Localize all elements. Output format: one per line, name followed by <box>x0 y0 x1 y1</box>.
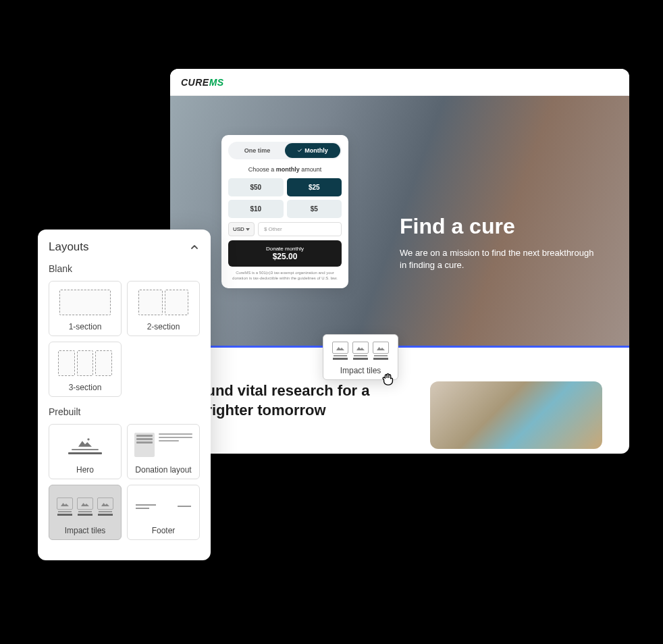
layout-label: 2-section <box>132 322 195 331</box>
tile-image-icon <box>57 498 73 510</box>
blank-layouts-grid: 1-section 2-section 3-section <box>49 281 200 397</box>
currency-row: USD $ Other <box>228 222 342 236</box>
toggle-monthly-label: Monthly <box>304 147 328 154</box>
donate-button[interactable]: Donate monthly $25.00 <box>228 240 342 267</box>
layout-footer[interactable]: Footer <box>127 485 200 540</box>
layout-label: 1-section <box>53 322 117 331</box>
layouts-panel: Layouts Blank 1-section 2-section <box>38 230 211 560</box>
layout-label: Impact tiles <box>53 526 117 535</box>
amount-25[interactable]: $25 <box>287 178 342 196</box>
logo-ms: MS <box>209 77 224 88</box>
toggle-monthly[interactable]: Monthly <box>285 143 340 158</box>
check-icon <box>297 148 302 153</box>
other-amount-input[interactable]: $ Other <box>258 222 342 236</box>
svg-point-0 <box>87 438 89 440</box>
toggle-onetime[interactable]: One time <box>230 143 285 158</box>
tile-image-icon <box>97 498 113 510</box>
hero-title: Find a cure <box>400 214 602 239</box>
layout-3-section[interactable]: 3-section <box>49 342 122 397</box>
tile-image-icon <box>352 342 369 354</box>
image-icon <box>78 437 92 447</box>
donation-widget: One time Monthly Choose a monthly amount… <box>221 135 348 288</box>
layout-label: Footer <box>132 526 195 535</box>
amount-50[interactable]: $50 <box>228 178 284 196</box>
content-title: Fund vital research for a brighter tomor… <box>197 381 410 420</box>
layout-impact-tiles[interactable]: Impact tiles <box>49 485 122 540</box>
content-text-block: Fund vital research for a brighter tomor… <box>197 381 410 420</box>
logo-cure: CURE <box>181 77 209 88</box>
layout-2-section[interactable]: 2-section <box>127 281 200 336</box>
section-placeholder-icon <box>138 290 163 315</box>
tax-note: CureMS is a 501(c)3 tax-exempt organizat… <box>228 271 342 281</box>
currency-select[interactable]: USD <box>228 222 255 236</box>
content-section: Fund vital research for a brighter tomor… <box>170 348 629 454</box>
chevron-up-icon[interactable] <box>189 242 200 252</box>
hero-text: Find a cure We are on a mission to find … <box>400 214 602 271</box>
layout-label: 3-section <box>53 383 117 392</box>
amount-grid: $50 $25 $10 $5 <box>228 178 342 218</box>
frequency-toggle: One time Monthly <box>228 142 342 159</box>
content-image <box>430 381 602 449</box>
tile-image-icon <box>373 342 389 354</box>
layout-label: Hero <box>53 465 117 475</box>
section-placeholder-icon <box>58 350 74 376</box>
toggle-onetime-label: One time <box>244 147 271 154</box>
layout-donation[interactable]: Donation layout <box>127 424 200 479</box>
section-blank-label: Blank <box>49 263 200 274</box>
prebuilt-layouts-grid: Hero Donation layout <box>49 424 200 540</box>
section-placeholder-icon <box>59 290 110 315</box>
section-placeholder-icon <box>95 350 111 376</box>
hero-subtitle: We are on a mission to find the next bre… <box>400 247 602 271</box>
brand-logo: CUREMS <box>181 77 224 88</box>
layout-hero[interactable]: Hero <box>49 424 122 479</box>
layout-label: Donation layout <box>132 465 195 475</box>
form-placeholder-icon <box>134 433 155 457</box>
amount-10[interactable]: $10 <box>228 200 284 218</box>
hero-section: One time Monthly Choose a monthly amount… <box>170 96 629 346</box>
section-placeholder-icon <box>77 350 93 376</box>
section-placeholder-icon <box>165 290 189 315</box>
donate-button-label: Donate monthly <box>234 246 336 252</box>
preview-header: CUREMS <box>170 69 629 96</box>
layout-1-section[interactable]: 1-section <box>49 281 122 336</box>
currency-value: USD <box>233 226 244 232</box>
amount-5[interactable]: $5 <box>287 200 342 218</box>
chevron-down-icon <box>246 228 250 231</box>
grab-cursor-icon <box>381 371 396 386</box>
preview-window: CUREMS One time Monthly Choose a monthly… <box>170 69 629 454</box>
panel-title: Layouts <box>49 240 89 254</box>
panel-header: Layouts <box>49 240 200 254</box>
tile-image-icon <box>332 342 348 354</box>
tile-image-icon <box>77 498 93 510</box>
donate-button-amount: $25.00 <box>234 252 336 261</box>
section-prebuilt-label: Prebuilt <box>49 406 200 417</box>
choose-amount-label: Choose a monthly amount <box>228 166 342 173</box>
